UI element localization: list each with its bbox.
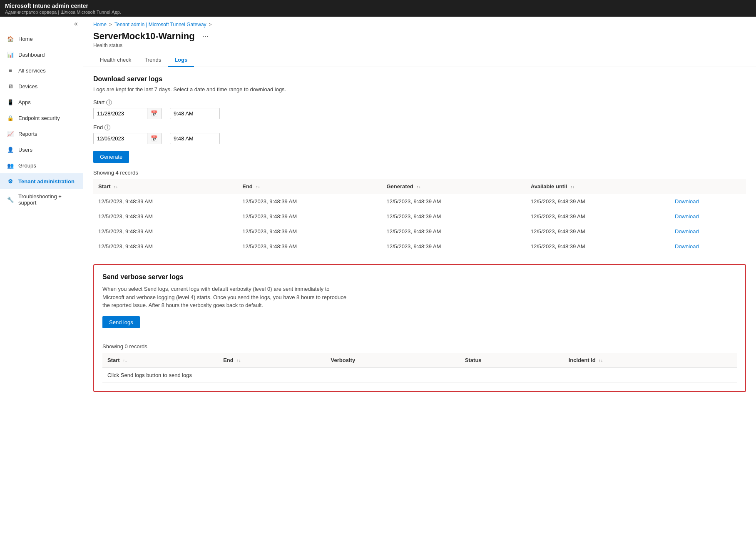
verbose-col-start[interactable]: Start ↑↓ (102, 353, 218, 368)
verbose-desc: When you select Send logs, current logs … (102, 285, 352, 310)
download-link-1[interactable]: Download (675, 213, 699, 220)
content-area: Download server logs Logs are kept for t… (83, 67, 756, 400)
end-time-input[interactable] (170, 133, 220, 144)
sidebar-label-devices: Devices (18, 83, 37, 90)
generate-button[interactable]: Generate (93, 151, 129, 163)
page-header: ServerMock10-Warning ··· (83, 27, 756, 42)
verbose-col-end[interactable]: End ↑↓ (218, 353, 326, 368)
sidebar-item-devices[interactable]: 🖥 Devices (0, 78, 83, 94)
tab-logs[interactable]: Logs (168, 53, 194, 67)
sidebar-label-home: Home (18, 36, 33, 42)
sidebar-item-users[interactable]: 👤 Users (0, 142, 83, 157)
end-date-input[interactable] (93, 133, 147, 144)
breadcrumb-tenant-admin[interactable]: Tenant admin | Microsoft Tunnel Gateway (114, 22, 206, 27)
sidebar-item-endpoint-security[interactable]: 🔒 Endpoint security (0, 110, 83, 126)
col-start[interactable]: Start ↑↓ (93, 179, 237, 194)
table-row: 12/5/2023, 9:48:39 AM 12/5/2023, 9:48:39… (93, 209, 746, 224)
app-title: Microsoft Intune admin center (5, 2, 121, 9)
breadcrumb-sep-2: > (209, 22, 212, 27)
more-options-button[interactable]: ··· (200, 31, 211, 42)
sidebar-label-dashboard: Dashboard (18, 52, 45, 58)
cell-start-1: 12/5/2023, 9:48:39 AM (93, 209, 237, 224)
home-icon: 🏠 (7, 35, 14, 42)
start-date-group: 📅 (93, 108, 162, 119)
start-calendar-button[interactable]: 📅 (147, 108, 162, 119)
verbose-table-header-row: Start ↑↓ End ↑↓ Verbosity Stat (102, 353, 737, 368)
sidebar-item-home[interactable]: 🏠 Home (0, 31, 83, 47)
sort-start-icon: ↑↓ (114, 185, 118, 189)
verbose-col-incident-id[interactable]: Incident id ↑↓ (564, 353, 737, 368)
verbose-title: Send verbose server logs (102, 273, 737, 281)
download-link-0[interactable]: Download (675, 198, 699, 205)
start-date-input[interactable] (93, 108, 147, 119)
send-logs-button[interactable]: Send logs (102, 316, 140, 328)
groups-icon: 👥 (7, 162, 14, 169)
cell-available-until-1: 12/5/2023, 9:48:39 AM (526, 209, 670, 224)
sidebar-item-tenant-admin[interactable]: ⚙ Tenant administration (0, 173, 83, 189)
cell-action-2[interactable]: Download (670, 224, 746, 239)
end-info-icon[interactable]: i (104, 125, 110, 130)
download-link-3[interactable]: Download (675, 243, 699, 250)
sidebar-collapse[interactable]: « (0, 17, 83, 31)
start-info-icon[interactable]: i (106, 100, 112, 105)
verbose-empty-row: Click Send logs button to send logs (102, 367, 737, 382)
main-content: Home > Tenant admin | Microsoft Tunnel G… (83, 17, 756, 537)
top-bar: Microsoft Intune admin center Администра… (0, 0, 756, 17)
all-services-icon: ≡ (7, 67, 14, 74)
breadcrumb: Home > Tenant admin | Microsoft Tunnel G… (83, 17, 756, 27)
tab-trends[interactable]: Trends (138, 53, 168, 67)
start-form-row: 📅 (93, 108, 746, 119)
cell-generated-3: 12/5/2023, 9:48:39 AM (382, 239, 526, 254)
col-end[interactable]: End ↑↓ (237, 179, 381, 194)
verbose-sort-start-icon: ↑↓ (123, 358, 127, 363)
apps-icon: 📱 (7, 98, 14, 106)
sidebar-label-tenant-admin: Tenant administration (18, 178, 75, 185)
troubleshooting-icon: 🔧 (7, 196, 14, 203)
sort-end-icon: ↑↓ (256, 185, 260, 189)
table-row: 12/5/2023, 9:48:39 AM 12/5/2023, 9:48:39… (93, 194, 746, 209)
cell-start-2: 12/5/2023, 9:48:39 AM (93, 224, 237, 239)
end-form-row: 📅 (93, 133, 746, 144)
col-action (670, 179, 746, 194)
verbose-col-status: Status (460, 353, 564, 368)
health-status-label: Health status (83, 42, 756, 48)
reports-icon: 📈 (7, 130, 14, 137)
devices-icon: 🖥 (7, 82, 14, 90)
cell-start-0: 12/5/2023, 9:48:39 AM (93, 194, 237, 209)
table-row: 12/5/2023, 9:48:39 AM 12/5/2023, 9:48:39… (93, 239, 746, 254)
tab-health-check[interactable]: Health check (93, 53, 138, 67)
end-calendar-button[interactable]: 📅 (147, 133, 162, 144)
cell-generated-0: 12/5/2023, 9:48:39 AM (382, 194, 526, 209)
table-header-row: Start ↑↓ End ↑↓ Generated ↑↓ Available (93, 179, 746, 194)
sort-available-icon: ↑↓ (570, 185, 574, 189)
tabs: Health check Trends Logs (83, 48, 756, 67)
cell-action-3[interactable]: Download (670, 239, 746, 254)
tenant-admin-icon: ⚙ (7, 177, 14, 185)
breadcrumb-home[interactable]: Home (93, 22, 107, 27)
cell-action-0[interactable]: Download (670, 194, 746, 209)
collapse-button[interactable]: « (74, 20, 78, 27)
sidebar-item-apps[interactable]: 📱 Apps (0, 94, 83, 110)
cell-end-0: 12/5/2023, 9:48:39 AM (237, 194, 381, 209)
cell-generated-1: 12/5/2023, 9:48:39 AM (382, 209, 526, 224)
cell-available-until-3: 12/5/2023, 9:48:39 AM (526, 239, 670, 254)
download-records-info: Showing 4 records (93, 170, 746, 176)
start-label: Start i (93, 99, 746, 105)
col-available-until[interactable]: Available until ↑↓ (526, 179, 670, 194)
cell-end-2: 12/5/2023, 9:48:39 AM (237, 224, 381, 239)
start-time-input[interactable] (170, 108, 220, 119)
cell-end-3: 12/5/2023, 9:48:39 AM (237, 239, 381, 254)
sidebar-item-reports[interactable]: 📈 Reports (0, 126, 83, 142)
sidebar-item-all-services[interactable]: ≡ All services (0, 62, 83, 78)
sidebar-item-groups[interactable]: 👥 Groups (0, 157, 83, 173)
dashboard-icon: 📊 (7, 51, 14, 58)
users-icon: 👤 (7, 146, 14, 153)
brand-area: Microsoft Intune admin center Администра… (5, 2, 121, 15)
cell-action-1[interactable]: Download (670, 209, 746, 224)
download-link-2[interactable]: Download (675, 228, 699, 235)
end-label: End i (93, 124, 746, 130)
sidebar-item-dashboard[interactable]: 📊 Dashboard (0, 47, 83, 62)
sidebar-item-troubleshooting[interactable]: 🔧 Troubleshooting + support (0, 189, 83, 210)
cell-available-until-0: 12/5/2023, 9:48:39 AM (526, 194, 670, 209)
col-generated[interactable]: Generated ↑↓ (382, 179, 526, 194)
